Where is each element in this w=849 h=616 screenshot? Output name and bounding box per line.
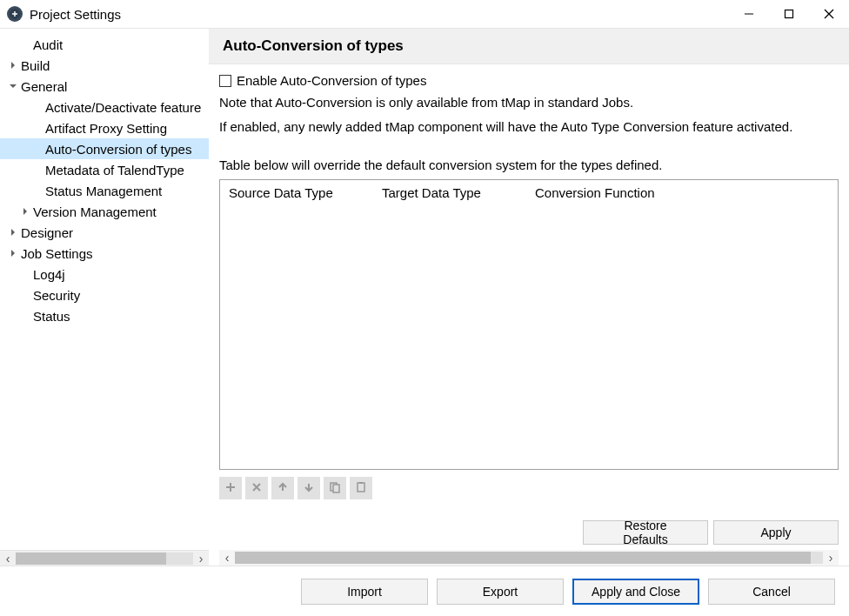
tree-item[interactable]: Metadata of TalendType	[0, 159, 209, 180]
expander-closed-icon[interactable]	[7, 62, 19, 69]
maximize-button[interactable]	[769, 0, 809, 28]
table-hint: Table below will override the default co…	[219, 157, 839, 172]
cancel-button[interactable]: Cancel	[708, 579, 835, 605]
expander-closed-icon[interactable]	[7, 229, 19, 236]
delete-row-button[interactable]	[245, 477, 268, 499]
move-up-button[interactable]	[271, 477, 294, 499]
enable-auto-conversion-label: Enable Auto-Conversion of types	[237, 73, 426, 88]
titlebar: Project Settings	[0, 0, 849, 28]
scroll-track[interactable]	[235, 552, 823, 564]
app-icon	[7, 6, 23, 22]
scroll-track[interactable]	[16, 552, 193, 565]
dialog-footer: Import Export Apply and Close Cancel	[0, 566, 849, 616]
tree-item-label: Job Settings	[19, 246, 93, 261]
import-button[interactable]: Import	[301, 579, 428, 605]
scroll-thumb[interactable]	[235, 552, 811, 564]
scroll-left-icon[interactable]: ‹	[0, 551, 16, 566]
tree-item[interactable]: Security	[0, 285, 209, 305]
tree-item-label: Build	[19, 58, 50, 73]
conversion-table: Source Data Type Target Data Type Conver…	[219, 179, 839, 471]
defaults-row: Restore Defaults Apply	[219, 520, 839, 545]
note-line-1: Note that Auto-Conversion is only availa…	[219, 93, 839, 112]
scroll-left-icon[interactable]: ‹	[219, 550, 235, 566]
x-icon	[251, 481, 263, 496]
close-button[interactable]	[809, 0, 849, 28]
copy-icon	[329, 481, 341, 496]
content-body: Enable Auto-Conversion of types Note tha…	[209, 64, 849, 566]
note-line-2: If enabled, any newly added tMap compone…	[219, 117, 839, 137]
tree-item-label: Version Management	[31, 204, 157, 219]
tree-item[interactable]: Build	[0, 55, 209, 76]
plus-icon	[224, 481, 237, 496]
scroll-right-icon[interactable]: ›	[193, 551, 209, 566]
tree-item-label: Activate/Deactivate feature	[43, 100, 201, 115]
tree-item-label: General	[19, 79, 67, 94]
tree-item-label: Designer	[19, 225, 73, 240]
tree-item[interactable]: Status	[0, 305, 209, 326]
tree-item[interactable]: Audit	[0, 34, 209, 55]
col-target-data-type[interactable]: Target Data Type	[373, 180, 526, 205]
expander-closed-icon[interactable]	[7, 250, 19, 257]
copy-button[interactable]	[324, 477, 346, 499]
content-horizontal-scrollbar[interactable]: ‹ ›	[219, 550, 839, 566]
svg-rect-8	[359, 482, 363, 484]
paste-button[interactable]	[350, 477, 372, 499]
export-button[interactable]: Export	[437, 579, 564, 605]
tree-item-label: Status Management	[43, 184, 162, 198]
table-header: Source Data Type Target Data Type Conver…	[220, 180, 838, 205]
sidebar: AuditBuildGeneralActivate/Deactivate fea…	[0, 29, 209, 566]
tree-item-label: Auto-Conversion of types	[43, 142, 191, 157]
col-conversion-function[interactable]: Conversion Function	[526, 180, 838, 205]
tree-item[interactable]: Auto-Conversion of types	[0, 138, 209, 159]
enable-auto-conversion-checkbox[interactable]	[219, 75, 231, 87]
tree-item[interactable]: Log4j	[0, 264, 209, 285]
expander-closed-icon[interactable]	[19, 208, 31, 215]
tree-item-label: Log4j	[31, 267, 65, 282]
add-row-button[interactable]	[219, 477, 242, 499]
tree-item[interactable]: Job Settings	[0, 243, 209, 264]
content-pane: Auto-Conversion of types Enable Auto-Con…	[209, 29, 849, 566]
window-title: Project Settings	[30, 7, 729, 22]
col-source-data-type[interactable]: Source Data Type	[220, 180, 373, 205]
dialog-body: AuditBuildGeneralActivate/Deactivate fea…	[0, 28, 849, 566]
tree-item-label: Audit	[31, 37, 63, 52]
expander-open-icon[interactable]	[7, 83, 19, 90]
paste-icon	[355, 481, 367, 496]
settings-tree: AuditBuildGeneralActivate/Deactivate fea…	[0, 29, 209, 550]
restore-defaults-button[interactable]: Restore Defaults	[583, 520, 708, 545]
tree-item[interactable]: Version Management	[0, 201, 209, 222]
move-down-button[interactable]	[297, 477, 320, 499]
tree-item-label: Status	[31, 309, 70, 324]
arrow-up-icon	[277, 481, 289, 496]
page-title: Auto-Conversion of types	[209, 29, 849, 64]
scroll-thumb[interactable]	[16, 552, 166, 565]
enable-auto-conversion-row: Enable Auto-Conversion of types	[219, 73, 839, 88]
tree-item[interactable]: Artifact Proxy Setting	[0, 117, 209, 138]
tree-item-label: Security	[31, 288, 80, 303]
svg-rect-6	[333, 485, 339, 492]
tree-item[interactable]: Designer	[0, 222, 209, 243]
tree-item[interactable]: Activate/Deactivate feature	[0, 97, 209, 117]
tree-item-label: Metadata of TalendType	[43, 163, 184, 177]
arrow-down-icon	[303, 481, 315, 496]
svg-rect-7	[358, 483, 364, 492]
svg-rect-2	[785, 10, 793, 18]
tree-item[interactable]: General	[0, 76, 209, 97]
table-body	[220, 205, 838, 470]
window-controls	[729, 0, 849, 28]
minimize-button[interactable]	[729, 0, 769, 28]
table-toolbar	[219, 477, 839, 499]
tree-item[interactable]: Status Management	[0, 180, 209, 201]
tree-item-label: Artifact Proxy Setting	[43, 121, 167, 136]
scroll-right-icon[interactable]: ›	[823, 550, 839, 566]
apply-button[interactable]: Apply	[713, 520, 839, 545]
apply-and-close-button[interactable]: Apply and Close	[572, 579, 699, 605]
sidebar-horizontal-scrollbar[interactable]: ‹ ›	[0, 550, 209, 566]
